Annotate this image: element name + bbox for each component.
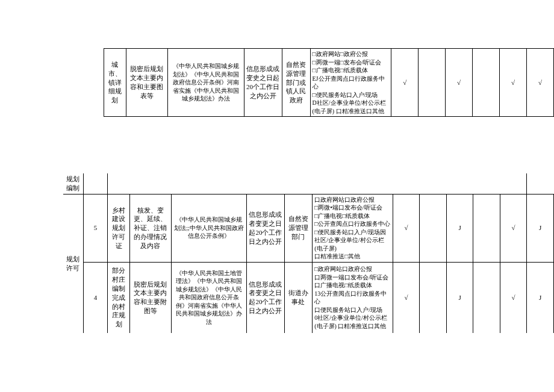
cell-check4: [473, 262, 500, 333]
cell-num: 4: [83, 262, 108, 333]
cell-check6: J: [527, 194, 554, 262]
cell-blank: [83, 173, 108, 194]
cell-blank: [79, 49, 104, 117]
cell-check6: √: [526, 49, 553, 117]
cell-basis: 《中华人民共和国城乡规划法;;中华人民共和国政府信息公开条例》: [171, 194, 247, 262]
table-row-5: 规划许可 5 乡村建设规划许可证 核发、变更、延续、补证、注销的办理情况及内容 …: [63, 194, 554, 262]
cell-check5: √: [500, 262, 527, 333]
cell-group-a: 规划编制: [63, 173, 83, 194]
cell-timing: 信息形成或者变更之日起20个工作日之内公开: [247, 262, 284, 333]
cell-check3: J: [446, 194, 473, 262]
table-row-top: 城市、镇详细规划 脱密后规划文本主要内容和主要图表等 《中华人民共和国城乡规划法…: [79, 48, 554, 117]
cell-check2: [420, 262, 446, 333]
cell-check2: [419, 49, 446, 117]
cell-dept: 自然资源管理部门或镇人民政府: [282, 49, 310, 117]
cell-blank: [108, 173, 527, 194]
table-row-4: 4 部分村庄编制完成的村庄规划 脱密后规划文本主要内容和主要附图等 《中华人民共…: [63, 262, 554, 333]
cell-check1: √: [391, 49, 419, 117]
cell-group-b: 规划许可: [63, 194, 83, 333]
table-group-middle: 规划编制 规划许可 5 乡村建设规划许可证 核发、变更、延续、补证、注销的办理情…: [63, 173, 554, 333]
cell-timing: 信息形成或者变更之日起20个工作日之内公开: [247, 194, 284, 262]
cell-num: 5: [83, 194, 108, 262]
cell-check1: √: [393, 262, 420, 333]
cell-content: 核发、变更、延续、补证、注销的办理情况及内容: [130, 194, 171, 262]
cell-check1: √: [393, 194, 420, 262]
cell-channels: 口政府网站口政府公报 □两微•端口发布会/听证会 □广播电视□纸质载体 □公开查…: [313, 194, 393, 262]
cell-content: 脱密后规划文本主要内容和主要附图等: [130, 262, 171, 333]
cell-check5: √: [500, 194, 527, 262]
cell-content: 脱密后规划文本主要内容和主要图表等: [126, 49, 167, 117]
cell-check3: J: [446, 262, 473, 333]
cell-timing: 信息形成或变史之日起20个工作日之内公开: [244, 49, 282, 117]
cell-check6: J: [527, 262, 554, 333]
cell-check4: [473, 49, 500, 117]
cell-basis: 《中华人民共和国土地管理法》《中华人民共和国城乡规划法》《中华人民共和国政府信息…: [171, 262, 247, 333]
cell-dept: 自然资源管理部门: [284, 194, 313, 262]
cell-plan-type: 乡村建设规划许可证: [108, 194, 130, 262]
cell-check4: [473, 194, 500, 262]
cell-check3: √: [446, 49, 473, 117]
cell-basis: 《中华人民共和国城乡规划法》《中华人民共和国政府信息公开条例》河南省实施《中华人…: [167, 49, 244, 117]
cell-channels: □政府网站□政府公报 □两微一端□发布会/听证会 □广播电视□纸质载体 EJ公开…: [310, 49, 391, 117]
cell-check5: √: [500, 49, 527, 117]
cell-plan-type: 城市、镇详细规划: [104, 49, 126, 117]
cell-check2: [420, 194, 446, 262]
cell-channels: □政府网站口政府公报 口两微一端口发布会/听证会 口广播电视□纸质载体 13公开…: [313, 262, 393, 333]
cell-dept: 街道办事处: [284, 262, 313, 333]
cell-plan-type: 部分村庄编制完成的村庄规划: [108, 262, 130, 333]
